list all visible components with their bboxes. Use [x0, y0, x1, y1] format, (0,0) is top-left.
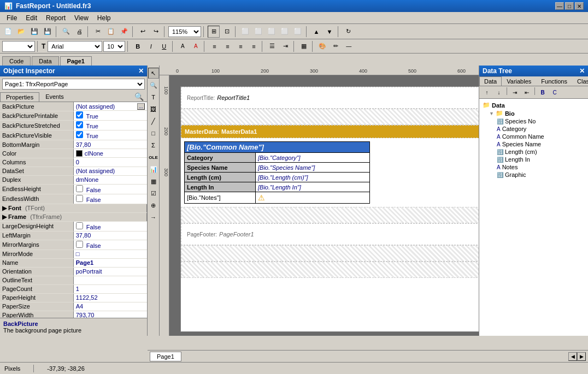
prop-dataset[interactable]: DataSet (Not assigned)	[0, 167, 147, 175]
tree-tab-functions[interactable]: Functions	[536, 76, 572, 86]
align-text-center[interactable]: ≡	[221, 40, 233, 52]
sum-tool[interactable]: Σ	[148, 140, 159, 151]
prop-backpicturestretched[interactable]: BackPictureStretched True	[0, 121, 147, 130]
tab-data[interactable]: Data	[32, 56, 58, 66]
tab-properties[interactable]: Properties	[0, 92, 39, 102]
arrow-tool[interactable]: →	[148, 212, 159, 223]
prop-paperheight[interactable]: PaperHeight 1122,52	[0, 293, 147, 302]
save-button[interactable]: 💾	[28, 26, 40, 38]
prop-endlesswidth[interactable]: EndlessWidth False	[0, 194, 147, 204]
fill-button[interactable]: 🎨	[316, 40, 328, 52]
prop-leftmargin[interactable]: LeftMargin 37,80	[0, 231, 147, 240]
prop-bottommargin[interactable]: BottomMargin 37,80	[0, 140, 147, 149]
endlesswidth-check[interactable]	[76, 195, 83, 202]
data-tree-close[interactable]: ✕	[579, 67, 585, 75]
tree-content[interactable]: 📁 Data ▼ 📁 Bio 🔢 Species No A Category A…	[479, 99, 588, 336]
table-row-length-in[interactable]: Length In [Bio."Length In"]	[185, 182, 370, 192]
line-width-button[interactable]: —	[343, 40, 355, 52]
data-table[interactable]: [Bio."Common Name"] Category [Bio."Categ…	[184, 141, 370, 204]
prop-font-group[interactable]: ▶ Font (TFont)	[0, 204, 147, 212]
bold-button[interactable]: B	[132, 40, 144, 52]
master-data-band[interactable]: MasterData: MasterData1	[181, 125, 479, 138]
snap-button[interactable]: ⊡	[221, 26, 233, 38]
copy-button[interactable]: 📋	[105, 26, 117, 38]
line-spacing-button[interactable]: ☰	[266, 40, 278, 52]
prop-endlessheight[interactable]: EndlessHeight False	[0, 184, 147, 194]
tree-item-bio[interactable]: ▼ 📁 Bio	[481, 109, 586, 117]
tree-item-data-root[interactable]: 📁 Data	[481, 101, 586, 109]
prop-backpicture[interactable]: BackPicture (Not assigned) ...	[0, 102, 147, 111]
picture-tool[interactable]: 🖼	[148, 104, 159, 115]
align-text-right[interactable]: ≡	[234, 40, 246, 52]
tree-item-length-in[interactable]: 🔢 Length In	[481, 156, 586, 163]
send-back[interactable]: ▼	[324, 26, 336, 38]
title-cell[interactable]: [Bio."Common Name"]	[185, 142, 370, 153]
tree-item-length-cm[interactable]: 🔢 Length (cm)	[481, 148, 586, 156]
align-left[interactable]: ⬜	[239, 26, 251, 38]
table-row-notes[interactable]: [Bio."Notes"] ⚠	[185, 192, 370, 204]
prop-backpictureprintable[interactable]: BackPicturePrintable True	[0, 111, 147, 121]
table-row-species-name[interactable]: Species Name [Bio."Species Name"]	[185, 163, 370, 173]
canvas-content[interactable]: ReportTitle: ReportTitle1 MasterData: Ma…	[169, 75, 479, 336]
tree-bold[interactable]: B	[537, 87, 548, 97]
align-center[interactable]: ⬜	[252, 26, 264, 38]
menu-view[interactable]: View	[70, 13, 93, 23]
check-tool[interactable]: ☑	[148, 188, 159, 199]
border-button[interactable]: ▦	[298, 40, 310, 52]
line-button[interactable]: ✏	[330, 40, 342, 52]
rotate-btn[interactable]: ↻	[342, 26, 354, 38]
indent-button[interactable]: ⇥	[279, 40, 291, 52]
menu-file[interactable]: File	[2, 13, 21, 23]
highlight-button[interactable]: A	[177, 40, 189, 52]
canvas-area[interactable]: 0 100 200 300 400 500 600 700 800 100 20…	[160, 66, 479, 336]
prop-mirrormode[interactable]: MirrorMode □	[0, 250, 147, 258]
prop-paperwidth[interactable]: PaperWidth 793,70	[0, 311, 147, 318]
menu-report[interactable]: Report	[42, 13, 70, 23]
tree-indent[interactable]: ⇥	[509, 87, 520, 97]
prop-largedesignheight[interactable]: LargeDesignHeight False	[0, 221, 147, 231]
align-text-left[interactable]: ≡	[208, 40, 220, 52]
prop-papersize[interactable]: PaperSize A4	[0, 302, 147, 311]
tree-refresh[interactable]: C	[549, 87, 560, 97]
search-icon[interactable]: 🔍	[134, 92, 144, 101]
new-button[interactable]: 📄	[2, 26, 14, 38]
align-right[interactable]: ⬜	[266, 26, 278, 38]
backpicturevisible-check[interactable]	[76, 131, 83, 138]
barcode-tool[interactable]: ▦	[148, 176, 159, 187]
minimize-button[interactable]: —	[555, 2, 564, 10]
close-button[interactable]: ✕	[575, 2, 584, 10]
misc-tool[interactable]: ⊕	[148, 200, 159, 211]
tree-item-species-name[interactable]: A Species Name	[481, 140, 586, 148]
menu-help[interactable]: Help	[93, 13, 115, 23]
prop-frame-group[interactable]: ▶ Frame (TfrxFrame)	[0, 212, 147, 221]
bring-front[interactable]: ▲	[310, 26, 322, 38]
tree-tab-classes[interactable]: Classes	[572, 76, 588, 86]
select-tool[interactable]: ↖	[148, 68, 159, 79]
font-size-combo[interactable]: 10 8 12 14	[103, 41, 125, 52]
table-row-length-cm[interactable]: Length (cm) [Bio."Length (cm)"]	[185, 173, 370, 182]
chart-tool[interactable]: 📊	[148, 164, 159, 175]
tree-item-graphic[interactable]: 🔢 Graphic	[481, 171, 586, 179]
ole-tool[interactable]: OLE	[148, 152, 159, 163]
table-row-title[interactable]: [Bio."Common Name"]	[185, 142, 370, 153]
report-title-band[interactable]: ReportTitle: ReportTitle1	[181, 87, 479, 109]
line-tool[interactable]: ╱	[148, 116, 159, 127]
endlessheight-check[interactable]	[76, 185, 83, 192]
save-as-button[interactable]: 💾	[42, 26, 54, 38]
tree-tab-variables[interactable]: Variables	[502, 76, 536, 86]
page-footer-band[interactable]: PageFooter: PageFooter1	[181, 223, 479, 245]
tree-tab-data[interactable]: Data	[479, 76, 502, 86]
paste-button[interactable]: 📌	[118, 26, 130, 38]
backpicture-button[interactable]: ...	[137, 103, 145, 110]
tree-item-category[interactable]: A Category	[481, 125, 586, 133]
prop-orientation[interactable]: Orientation poPortrait	[0, 267, 147, 276]
title-controls[interactable]: — □ ✕	[555, 2, 584, 10]
tab-page1[interactable]: Page1	[60, 56, 92, 66]
tree-item-common-name[interactable]: A Common Name	[481, 133, 586, 140]
print-button[interactable]: 🖨	[73, 26, 85, 38]
font-color-button[interactable]: A	[190, 40, 202, 52]
tree-item-species-no[interactable]: 🔢 Species No	[481, 117, 586, 125]
tree-sort-asc[interactable]: ↑	[481, 87, 492, 97]
largedesignheight-check[interactable]	[76, 222, 83, 229]
prop-color[interactable]: Color clNone	[0, 149, 147, 158]
